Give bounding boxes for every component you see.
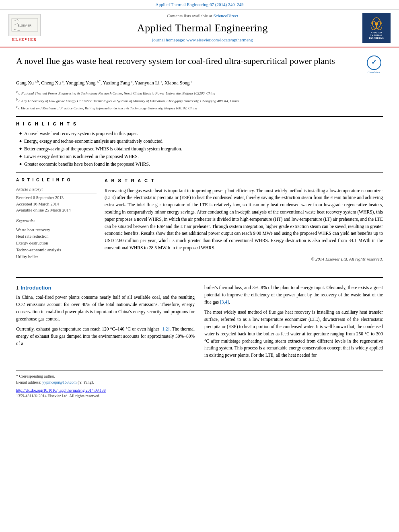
- abstract-label: A B S T R A C T: [105, 177, 383, 184]
- affiliations: a a National Thermal Power Engineering &…: [16, 90, 383, 111]
- history-label: Article history:: [16, 186, 97, 193]
- intro-number: 1.: [16, 286, 20, 290]
- journal-logo-box: APPLIED THERMAL ENGINEERING: [362, 13, 391, 43]
- doi-line: http://dx.doi.org/10.1016/j.applthermale…: [16, 388, 383, 393]
- journal-title-block: Contents lists available at ScienceDirec…: [43, 13, 362, 43]
- intro-para-2: Currently, exhaust gas temperature can r…: [16, 326, 195, 347]
- divider-thick: [16, 116, 383, 117]
- bottom-divider: [16, 277, 383, 278]
- intro-para-1: In China, coal-fired power plants consum…: [16, 294, 195, 322]
- keyword-4: Techno-economic analysis: [16, 247, 97, 254]
- keywords-section: Keywords: Waste heat recovery Heat rate …: [16, 218, 97, 260]
- intro-para-3: boiler's thermal loss, and 3%–8% of the …: [204, 284, 383, 306]
- keyword-5: Utility boiler: [16, 254, 97, 261]
- article-info-label: A R T I C L E I N F O: [16, 177, 97, 183]
- highlight-item-4: Lower exergy destruction is achieved in …: [19, 153, 383, 160]
- keyword-2: Heat rate reduction: [16, 233, 97, 240]
- svg-text:ENGINEERING: ENGINEERING: [369, 38, 384, 40]
- keyword-1: Waste heat recovery: [16, 227, 97, 234]
- journal-homepage: journal homepage: www.elsevier.com/locat…: [43, 37, 362, 43]
- introduction-section: 1. Introduction In China, coal-fired pow…: [0, 284, 399, 362]
- elsevier-logo: ELSEVIER ELSEVIER: [6, 14, 43, 42]
- email-name: (Y. Yang).: [78, 380, 94, 384]
- abstract-paragraph: Recovering flue gas waste heat is import…: [105, 187, 383, 252]
- article-info-column: A R T I C L E I N F O Article history: R…: [16, 177, 97, 263]
- accepted-date: Accepted 16 March 2014: [16, 201, 97, 207]
- authors-line: Gang Xu a,b, Cheng Xu a, Yongping Yang a…: [16, 79, 383, 86]
- highlight-item-2: Energy, exergy and techno-economic analy…: [19, 138, 383, 144]
- highlights-label: H I G H L I G H T S: [16, 121, 383, 127]
- journal-banner: ELSEVIER ELSEVIER Contents lists availab…: [0, 10, 399, 46]
- intro-left-column: 1. Introduction In China, coal-fired pow…: [16, 284, 195, 362]
- issn-line: 1359-4311/© 2014 Elsevier Ltd. All right…: [16, 393, 383, 399]
- intro-right-column: boiler's thermal loss, and 3%–8% of the …: [204, 284, 383, 362]
- affiliation-b: b b Key Laboratory of Low-grade Energy U…: [16, 97, 383, 104]
- footnote-area: * Corresponding author. E-mail address: …: [16, 370, 383, 399]
- journal-header: Applied Thermal Engineering 67 (2014) 24…: [0, 0, 399, 47]
- sciencedirect-line: Contents lists available at ScienceDirec…: [43, 13, 362, 19]
- abstract-column: A B S T R A C T Recovering flue gas wast…: [105, 177, 383, 263]
- ref-link-12[interactable]: [1,2]: [160, 327, 169, 331]
- keyword-3: Exergy destruction: [16, 240, 97, 247]
- footnote-corresponding: * Corresponding author.: [16, 373, 383, 379]
- affiliation-c: c c Electrical and Mechanical Practice C…: [16, 105, 383, 111]
- highlight-item-5: Greater economic benefits have been foun…: [19, 161, 383, 167]
- journal-name: Applied Thermal Engineering: [43, 21, 362, 35]
- article-content: A novel flue gas waste heat recovery sys…: [0, 47, 399, 271]
- doi-link[interactable]: http://dx.doi.org/10.1016/j.applthermale…: [16, 388, 106, 392]
- footnote-email: E-mail address: yypmcepu@163.com (Y. Yan…: [16, 379, 383, 385]
- sciencedirect-link[interactable]: ScienceDirect: [213, 13, 238, 18]
- abstract-text: Recovering flue gas waste heat is import…: [105, 187, 383, 252]
- email-link[interactable]: yypmcepu@163.com: [42, 380, 77, 384]
- highlight-item-3: Better energy-savings of the proposed WH…: [19, 146, 383, 152]
- svg-text:THERMAL: THERMAL: [370, 35, 383, 37]
- journal-logo-right: APPLIED THERMAL ENGINEERING: [362, 13, 393, 43]
- intro-title: Introduction: [21, 285, 51, 291]
- copyright-line: © 2014 Elsevier Ltd. All rights reserved…: [105, 256, 383, 263]
- received-date: Received 6 September 2013: [16, 195, 97, 201]
- svg-point-12: [375, 23, 378, 26]
- crossmark-logo: ✓ CrossMark: [365, 55, 383, 75]
- svg-text:APPLIED: APPLIED: [371, 32, 382, 34]
- crossmark-label: CrossMark: [368, 71, 380, 75]
- homepage-link[interactable]: journal homepage: www.elsevier.com/locat…: [152, 37, 253, 42]
- keywords-title: Keywords:: [16, 218, 97, 225]
- svg-text:ELSEVIER: ELSEVIER: [17, 24, 31, 27]
- abstract-section: A B S T R A C T Recovering flue gas wast…: [105, 177, 383, 263]
- intro-para-4: The most widely used method of flue gas …: [204, 309, 383, 359]
- affiliation-a: a a National Thermal Power Engineering &…: [16, 90, 383, 97]
- ref-link-34[interactable]: [3,4]: [220, 300, 229, 304]
- crossmark-icon: ✓: [367, 55, 381, 70]
- divider-thick-2: [16, 172, 383, 173]
- elsevier-label: ELSEVIER: [12, 37, 37, 42]
- two-column-layout: A R T I C L E I N F O Article history: R…: [16, 177, 383, 263]
- journal-citation: Applied Thermal Engineering 67 (2014) 24…: [156, 2, 244, 7]
- elsevier-logo-image: ELSEVIER: [8, 14, 41, 36]
- highlights-section: H I G H L I G H T S A novel waste heat r…: [16, 121, 383, 168]
- journal-citation-bar: Applied Thermal Engineering 67 (2014) 24…: [0, 0, 399, 10]
- available-date: Available online 25 March 2014: [16, 207, 97, 214]
- article-title: A novel flue gas waste heat recovery sys…: [16, 55, 361, 67]
- intro-section-header: 1. Introduction: [16, 284, 195, 292]
- highlights-list: A novel waste heat recovery system is pr…: [16, 130, 383, 167]
- article-title-section: A novel flue gas waste heat recovery sys…: [16, 55, 383, 75]
- highlight-item-1: A novel waste heat recovery system is pr…: [19, 130, 383, 137]
- article-history: Article history: Received 6 September 20…: [16, 186, 97, 214]
